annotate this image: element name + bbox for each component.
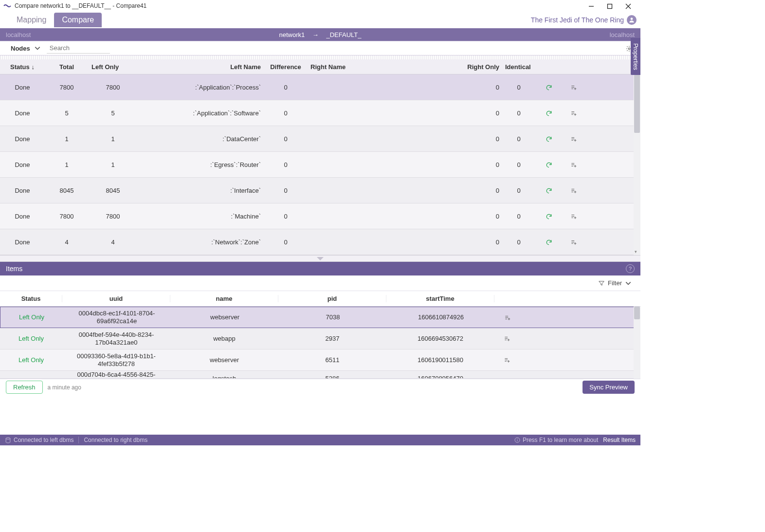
help-button[interactable]: ? [626, 264, 635, 273]
cell-name-val: webserver [170, 356, 278, 364]
items-table: Status uuid name pid startTime Left Only… [0, 291, 640, 379]
items-panel-header: Items ? [0, 262, 640, 275]
vertical-scrollbar[interactable]: ▾ [634, 74, 640, 255]
cell-total: 7800 [45, 213, 89, 220]
toolbar: Nodes [0, 41, 640, 55]
col-right-name[interactable]: Right Name [308, 63, 376, 71]
filter-label[interactable]: Filter [608, 279, 622, 287]
col-right-only[interactable]: Right Only [376, 63, 502, 71]
items-row[interactable]: Left Only0004fbef-594e-440b-8234-17b04a3… [0, 328, 640, 349]
cell-right-only: 0 [376, 84, 502, 91]
tab-mapping[interactable]: Mapping [9, 13, 54, 27]
icol-name[interactable]: name [170, 295, 278, 302]
search-input[interactable] [47, 43, 110, 54]
cell-name-val: webapp [170, 335, 278, 343]
table-row[interactable]: Done11:`Egress`:`Router`000 [0, 152, 640, 178]
status-bar: Connected to left dbms Connected to righ… [0, 435, 640, 445]
icol-pid[interactable]: pid [278, 295, 386, 302]
cell-left-only: 4 [89, 238, 137, 246]
cell-left-only: 5 [89, 110, 137, 117]
row-add-button[interactable] [562, 109, 585, 117]
entity-dropdown[interactable]: Nodes [4, 45, 45, 52]
cell-total: 4 [45, 238, 89, 246]
row-refresh-button[interactable] [535, 161, 562, 168]
items-row[interactable]: Left Only00093360-5e8a-4d19-b1b1-4fef33b… [0, 349, 640, 371]
cell-left-name: :`Interface` [137, 187, 264, 194]
cell-total: 1 [45, 161, 89, 168]
table-row[interactable]: Done55:`Application`:`Software`000 [0, 100, 640, 126]
row-refresh-button[interactable] [535, 238, 562, 246]
cell-uuid: 0004fbef-594e-440b-8234-17b04a321ae0 [62, 331, 170, 346]
row-add-button[interactable] [495, 313, 520, 321]
row-refresh-button[interactable] [535, 186, 562, 194]
cell-right-only: 0 [376, 161, 502, 168]
splitter-handle[interactable] [0, 255, 640, 262]
context-bar: localhost network1 → _DEFAULT_ localhost [0, 28, 640, 41]
row-add-button[interactable] [562, 238, 585, 246]
vertical-scrollbar[interactable] [634, 307, 640, 379]
table-row[interactable]: Done11:`DataCenter`000 [0, 126, 640, 152]
cell-item-status: Left Only [0, 356, 62, 364]
row-add-button[interactable] [494, 356, 520, 364]
maximize-button[interactable] [601, 1, 619, 10]
properties-tab[interactable]: Properties [631, 38, 640, 75]
row-refresh-button[interactable] [535, 109, 562, 117]
minimize-button[interactable] [582, 1, 601, 10]
sync-preview-button[interactable]: Sync Preview [583, 381, 635, 394]
dropdown-value: Nodes [11, 45, 30, 52]
tab-compare[interactable]: Compare [54, 13, 102, 27]
comparison-table: Status ↓ Total Left Only Left Name Diffe… [0, 59, 640, 255]
row-add-button[interactable] [562, 212, 585, 220]
col-difference[interactable]: Difference [264, 63, 308, 71]
result-items-link[interactable]: Result Items [603, 437, 636, 443]
items-row[interactable]: Left Only0004dbc8-ec1f-4101-8704-69a6f92… [0, 307, 640, 328]
cell-left-name: :`Application`:`Process` [137, 84, 264, 91]
table-row[interactable]: Done80458045:`Interface`000 [0, 178, 640, 203]
row-add-button[interactable] [562, 135, 585, 143]
cell-left-name: :`Network`:`Zone` [137, 238, 264, 246]
row-add-button[interactable] [562, 161, 585, 168]
table-row[interactable]: Done78007800:`Application`:`Process`000 [0, 74, 640, 100]
table-header: Status ↓ Total Left Only Left Name Diffe… [0, 59, 640, 74]
user-icon [627, 15, 637, 25]
cell-status: Done [0, 161, 45, 168]
cell-left-only: 1 [89, 135, 137, 143]
database-icon [5, 437, 11, 443]
items-title: Items [6, 265, 22, 273]
col-status[interactable]: Status ↓ [0, 63, 45, 71]
svg-point-59 [517, 439, 517, 439]
row-refresh-button[interactable] [535, 135, 562, 143]
row-add-button[interactable] [562, 186, 585, 194]
table-row[interactable]: Done44:`Network`:`Zone`000 [0, 229, 640, 255]
icol-status[interactable]: Status [0, 295, 62, 302]
col-total[interactable]: Total [45, 63, 89, 71]
cell-status: Done [0, 110, 45, 117]
col-identical[interactable]: Identical [502, 63, 535, 71]
user-label[interactable]: The First Jedi of The One Ring [531, 15, 637, 25]
scroll-down-icon[interactable]: ▾ [635, 249, 637, 254]
scrollbar-thumb[interactable] [634, 307, 640, 319]
table-row[interactable]: Done78007800:`Machine`000 [0, 203, 640, 229]
close-button[interactable] [619, 1, 638, 10]
row-refresh-button[interactable] [535, 212, 562, 220]
refresh-button[interactable]: Refresh [6, 381, 43, 394]
row-add-button[interactable] [562, 83, 585, 91]
cell-left-name: :`Machine` [137, 213, 264, 220]
items-table-header: Status uuid name pid startTime [0, 291, 640, 307]
cell-item-status: Left Only [0, 313, 63, 321]
row-add-button[interactable] [494, 335, 520, 343]
cell-name-val: webserver [171, 313, 279, 321]
cell-right-only: 0 [376, 110, 502, 117]
svg-point-4 [631, 18, 633, 20]
chevron-down-icon[interactable] [625, 280, 632, 287]
scrollbar-thumb[interactable] [634, 74, 640, 133]
col-left-only[interactable]: Left Only [89, 63, 137, 71]
col-left-name[interactable]: Left Name [137, 63, 264, 71]
icol-uuid[interactable]: uuid [62, 295, 170, 302]
grip-handle[interactable] [0, 55, 640, 59]
title-bar: Compare network1 to __DEFAULT__ - Compar… [0, 0, 640, 12]
row-refresh-button[interactable] [535, 83, 562, 91]
items-row[interactable]: 000d704b-6ca4-4556-8425-b2efa53aa0f0logs… [0, 371, 640, 379]
cell-total: 1 [45, 135, 89, 143]
icol-starttime[interactable]: startTime [386, 295, 494, 302]
